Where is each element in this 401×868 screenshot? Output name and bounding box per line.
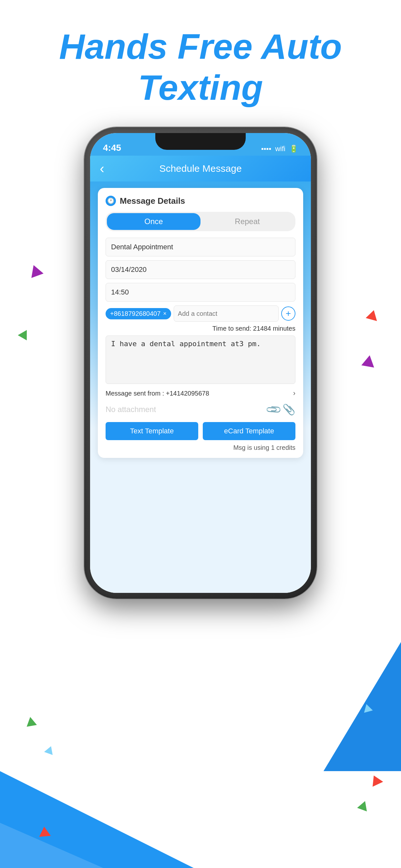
message-textarea[interactable]: I have a dental appointment at3 pm. [105, 336, 296, 384]
back-button[interactable]: ‹ [100, 161, 104, 176]
card-title: Message Details [120, 196, 185, 206]
tab-group: Once Repeat [105, 212, 296, 231]
no-attachment-label: No attachment [105, 405, 156, 414]
text-template-button[interactable]: Text Template [105, 422, 198, 440]
ecard-template-button[interactable]: eCard Template [203, 422, 296, 440]
contact-row: +8618792680407 × + [105, 306, 296, 321]
message-from-arrow[interactable]: › [293, 389, 296, 398]
phone-frame: 4:45 ▪▪▪▪ wifi 🔋 ‹ Schedule Message [84, 127, 317, 599]
attach-delete-icon[interactable]: 📎 [282, 403, 296, 415]
status-time: 4:45 [103, 143, 121, 153]
add-contact-input[interactable] [174, 306, 279, 321]
contact-tag: +8618792680407 × [105, 308, 171, 319]
phone-mockup: 4:45 ▪▪▪▪ wifi 🔋 ‹ Schedule Message [84, 127, 317, 599]
message-from-label: Message sent from : +14142095678 [105, 390, 209, 397]
message-from-row: Message sent from : +14142095678 › [105, 389, 296, 398]
wifi-icon: wifi [275, 145, 285, 153]
add-contact-button[interactable]: + [281, 306, 296, 321]
attachment-row: No attachment 📎 📎 [105, 402, 296, 417]
nav-bar: ‹ Schedule Message [90, 156, 311, 182]
status-icons: ▪▪▪▪ wifi 🔋 [261, 145, 298, 153]
remove-contact-button[interactable]: × [163, 310, 166, 317]
card-header: 🕐 Message Details [105, 196, 296, 206]
time-to-send: Time to send: 21484 minutes [105, 325, 296, 332]
phone-screen: 4:45 ▪▪▪▪ wifi 🔋 ‹ Schedule Message [90, 133, 311, 593]
credits-text: Msg is using 1 credits [105, 444, 296, 452]
time-input[interactable] [105, 283, 296, 302]
template-buttons-row: Text Template eCard Template [105, 422, 296, 440]
tab-repeat[interactable]: Repeat [201, 213, 294, 230]
date-input[interactable] [105, 260, 296, 279]
app-body: 🕐 Message Details Once Repeat [90, 182, 311, 593]
clock-icon: 🕐 [105, 196, 116, 206]
phone-notch [155, 133, 246, 150]
title-input[interactable] [105, 238, 296, 256]
nav-title: Schedule Message [159, 163, 242, 174]
attachment-icons: 📎 📎 [267, 403, 296, 415]
signal-icon: ▪▪▪▪ [261, 145, 271, 153]
battery-icon: 🔋 [289, 145, 298, 153]
page-main-title: Hands Free Auto Texting [0, 26, 401, 108]
message-details-card: 🕐 Message Details Once Repeat [98, 188, 303, 458]
contact-number: +8618792680407 [110, 310, 160, 317]
tab-once[interactable]: Once [107, 213, 201, 230]
attach-icon[interactable]: 📎 [265, 400, 282, 418]
